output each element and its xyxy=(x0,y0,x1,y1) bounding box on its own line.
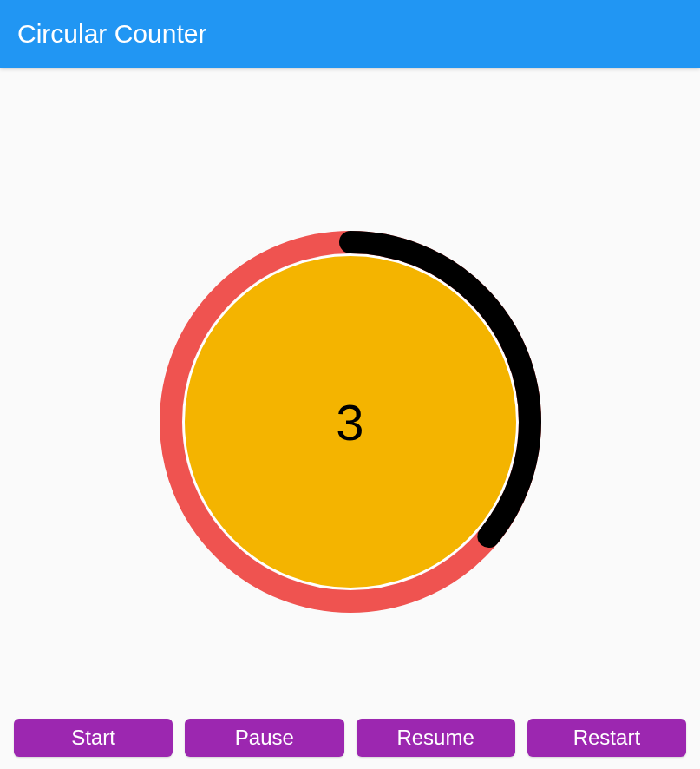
resume-button[interactable]: Resume xyxy=(357,719,515,757)
button-row: Start Pause Resume Restart xyxy=(0,719,700,757)
circular-counter: 3 xyxy=(160,231,541,613)
app-bar: Circular Counter xyxy=(0,0,700,68)
start-button[interactable]: Start xyxy=(14,719,173,757)
pause-button[interactable]: Pause xyxy=(185,719,343,757)
counter-value: 3 xyxy=(160,231,541,613)
page-title: Circular Counter xyxy=(17,19,206,49)
restart-button[interactable]: Restart xyxy=(527,719,686,757)
main-area: 3 Start Pause Resume Restart xyxy=(0,68,700,769)
